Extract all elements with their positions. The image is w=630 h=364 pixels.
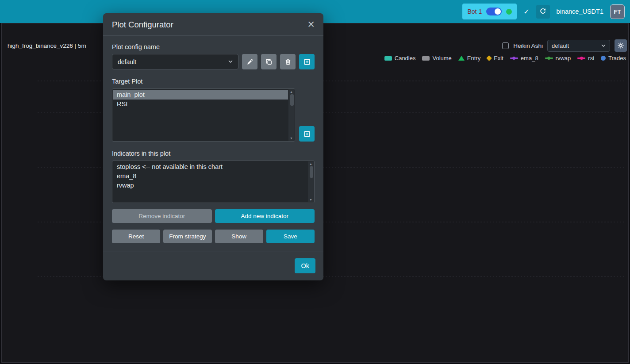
refresh-button[interactable]: [536, 5, 550, 19]
plus-square-icon: [303, 58, 311, 65]
scroll-up-icon[interactable]: ▲: [309, 162, 312, 165]
legend-item-volume[interactable]: Volume: [422, 55, 451, 61]
indicators-label: Indicators in this plot: [112, 150, 315, 157]
legend-item-trades[interactable]: Trades: [601, 55, 626, 61]
candles-marker-icon: [384, 56, 392, 61]
legend-label: Volume: [432, 55, 451, 61]
modal-title: Plot Configurator: [112, 20, 173, 30]
reset-button[interactable]: Reset: [112, 230, 160, 243]
add-config-button[interactable]: [299, 54, 315, 69]
legend-item-ema_8[interactable]: ema_8: [510, 55, 538, 61]
exit-marker-icon: [486, 55, 492, 61]
add-new-indicator-button[interactable]: Add new indicator: [215, 209, 315, 223]
indicators-list[interactable]: stoploss <-- not available in this chart…: [112, 161, 315, 203]
ok-button[interactable]: Ok: [295, 258, 315, 273]
plot-config-dropdown-value: default: [552, 42, 569, 49]
bot-online-dot: [506, 9, 512, 15]
chart-legend: CandlesVolumeEntryExitema_8rvwaprsiTrade…: [384, 55, 626, 61]
plot-config-name-select[interactable]: default: [112, 54, 238, 69]
plot-config-name-label: Plot config name: [112, 43, 315, 50]
plot-config-name-value: default: [118, 58, 136, 65]
modal-header: Plot Configurator ×: [103, 13, 323, 36]
add-plot-button[interactable]: [299, 126, 315, 142]
modal-body: Plot config name default: [103, 36, 323, 252]
plus-square-icon: [303, 130, 311, 138]
legend-label: ema_8: [521, 55, 538, 61]
modal-footer: Ok: [103, 252, 323, 280]
duplicate-config-button[interactable]: [261, 54, 277, 69]
chart-title: high_frog_binance_v226 | 5m: [8, 42, 86, 49]
legend-item-entry[interactable]: Entry: [458, 55, 480, 61]
bot-name-label: Bot 1: [467, 8, 482, 15]
indicator-option[interactable]: ema_8: [113, 172, 307, 181]
toggle-knob: [495, 8, 501, 15]
scrollbar-thumb[interactable]: [310, 166, 313, 178]
delete-config-button[interactable]: [280, 54, 296, 69]
legend-item-rvwap[interactable]: rvwap: [545, 55, 571, 61]
close-icon[interactable]: ×: [307, 20, 315, 30]
refresh-icon: [539, 8, 546, 15]
target-plot-list[interactable]: main_plotRSI ▲▼: [112, 88, 295, 142]
heikin-ashi-label: Heikin Ashi: [513, 42, 543, 49]
target-plot-row: main_plotRSI ▲▼: [112, 88, 315, 142]
show-button[interactable]: Show: [215, 230, 263, 243]
trades-marker-icon: [601, 56, 606, 61]
rsi-marker-icon: [577, 57, 585, 59]
scroll-down-icon[interactable]: ▼: [309, 198, 312, 201]
indicator-option[interactable]: rvwap: [113, 181, 307, 190]
heikin-ashi-checkbox[interactable]: [502, 42, 509, 49]
save-button[interactable]: Save: [266, 230, 315, 243]
scroll-down-icon[interactable]: ▼: [290, 137, 293, 140]
legend-label: Trades: [608, 55, 626, 61]
volume-marker-icon: [422, 56, 430, 61]
edit-config-button[interactable]: [242, 54, 257, 69]
legend-label: Exit: [494, 55, 503, 61]
chart-controls: Heikin Ashi default: [502, 39, 627, 52]
indicator-actions-row: Remove indicator Add new indicator: [112, 209, 315, 223]
entry-marker-icon: [458, 56, 465, 61]
gear-icon: [617, 42, 624, 49]
legend-item-rsi[interactable]: rsi: [577, 55, 594, 61]
scroll-up-icon[interactable]: ▲: [290, 90, 293, 93]
plot-config-gear-button[interactable]: [615, 39, 627, 52]
indicator-option[interactable]: stoploss <-- not available in this chart: [113, 162, 307, 172]
plot-config-row: default: [112, 54, 315, 69]
freqtrade-logo[interactable]: FT: [610, 4, 625, 19]
exchange-account-label[interactable]: binance_USDT1: [557, 8, 603, 15]
bot-selector[interactable]: Bot 1: [462, 4, 517, 19]
bot-toggle[interactable]: [486, 8, 502, 15]
copy-icon: [265, 58, 273, 65]
legend-label: rsi: [588, 55, 594, 61]
target-plot-option[interactable]: main_plot: [113, 90, 288, 100]
target-plot-option[interactable]: RSI: [113, 100, 288, 109]
scrollbar-thumb[interactable]: [290, 94, 294, 106]
config-actions-row: Reset From strategy Show Save: [112, 230, 315, 243]
rvwap-marker-icon: [545, 57, 553, 59]
legend-item-candles[interactable]: Candles: [384, 55, 416, 61]
chevron-down-icon: [601, 44, 606, 47]
legend-label: Entry: [467, 55, 480, 61]
ema_8-marker-icon: [510, 57, 518, 59]
chevron-down-icon: [228, 60, 233, 63]
remove-indicator-button[interactable]: Remove indicator: [112, 209, 212, 223]
plot-config-dropdown[interactable]: default: [547, 40, 610, 52]
pencil-icon: [246, 58, 254, 65]
legend-item-exit[interactable]: Exit: [487, 55, 503, 61]
target-plot-label: Target Plot: [112, 78, 315, 85]
legend-label: rvwap: [556, 55, 571, 61]
legend-label: Candles: [395, 55, 416, 61]
plot-configurator-modal: Plot Configurator × Plot config name def…: [103, 13, 323, 280]
from-strategy-button[interactable]: From strategy: [163, 230, 211, 243]
check-icon: ✓: [523, 8, 529, 16]
trash-icon: [284, 58, 292, 65]
